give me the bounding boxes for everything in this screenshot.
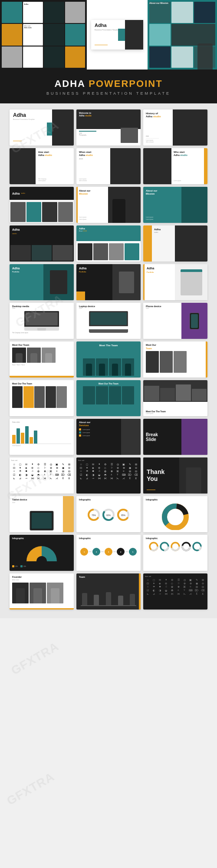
header-mini-11 (44, 46, 64, 68)
header-mini-8 (65, 24, 85, 45)
title-section: ADHA POWERPOINT BUSINESS PRESENTATION TE… (0, 70, 217, 103)
header-mini-3 (44, 2, 64, 23)
slide-founder[interactable]: Founder Adha studio (10, 573, 74, 610)
slide-meet-team-3[interactable]: Meet Our Team (143, 341, 207, 378)
slide-break[interactable]: BreakSlide (143, 419, 207, 455)
header-mini-10 (23, 46, 43, 68)
slide-icons-dark[interactable]: Icon set ☆◻✉♦⚙☰◎▣✎⊞ ⊡✦◈⊛◇⚐⊕⊗◉⊖ ⌂☂☻♫✿❋⌘⍟⊞… (76, 457, 141, 494)
slides-row-13: Founder Adha studio (4, 573, 213, 610)
svg-point-12 (170, 511, 181, 523)
slide-adha-12[interactable]: Adha studio (143, 225, 207, 262)
header-mini-7 (44, 24, 64, 45)
watermark-4: GFXTRA (9, 639, 61, 678)
slides-row-4: Adha studio Adha Boot 2019 (4, 225, 213, 262)
slides-row-11: Tablet device 2019 Infographic (4, 496, 213, 532)
slide-portfolio-3[interactable]: Adha Portfolio (143, 264, 207, 300)
watermark-5: GFXTRA (4, 770, 57, 808)
slide-team-large-1[interactable]: Meet Our The Team (10, 380, 74, 416)
slide-infographic-5[interactable]: Infographic (143, 535, 207, 571)
slide-adha-multi[interactable]: Adha studio (10, 187, 74, 223)
slide-team-conference[interactable]: Meet Our The Team Lorem ipsum (143, 380, 207, 416)
slides-container: Adha Business Presentation Template Welc… (0, 103, 217, 618)
svg-text:75%: 75% (92, 514, 96, 517)
thank-you-text: Thank You (147, 468, 164, 483)
header-mini-2: Adha (23, 2, 43, 23)
header-mini-grid: Adha When start Adha studio (0, 0, 87, 70)
slide-icons-dark-2[interactable]: Icon set ☆◻✉♦⚙☰◎▣✎⊞ ⊡✦◈⊛◇⚐⊕⊗◉⊖ ⌂☂☻♫✿❋⌘⍟⊞… (143, 573, 207, 610)
slide-who-start[interactable]: Who start Adha studio Lorem ipsum (143, 148, 207, 184)
slide-adha-dark[interactable]: Adha studio (10, 225, 74, 262)
header-mini-6: When start Adha studio (23, 24, 43, 45)
slide-adha-boot[interactable]: Adha Boot 2019 (76, 225, 141, 262)
slide-adha-title[interactable]: Adha Business Presentation Template (10, 109, 74, 146)
slide-about-mission-1[interactable]: About our Mission Lorem ipsumLorem ipsum (76, 187, 141, 223)
slides-row-8: Meet Our The Team Meet Our The Team (4, 380, 213, 416)
slide-team-meeting[interactable]: Team (76, 573, 141, 610)
slides-row-6: Desktop media 2019 The Company Lorem ips… (4, 303, 213, 339)
slide-about-mission-2[interactable]: About our Mission Lorem ipsumLorem ipsum (143, 187, 207, 223)
slides-row-5: Adha Portfolio Adha Portfolio (4, 264, 213, 300)
slide-chart[interactable]: Data slide 2019 Statistics (10, 419, 74, 455)
header-mini-9 (2, 46, 22, 68)
slide-team-large-2[interactable]: Meet Our The Team (76, 380, 141, 416)
slides-row-1: Adha Business Presentation Template Welc… (4, 109, 213, 146)
header-mini-12 (65, 46, 85, 68)
slide-laptop[interactable]: Laptop device 2019 (76, 303, 141, 339)
slide-infographic-3[interactable]: Infographic 50% 50% (10, 535, 74, 571)
slide-how-start[interactable]: How start Adha studio The CompanyLorem i… (10, 148, 74, 184)
header-mini-1 (2, 2, 22, 23)
slides-row-10: Icon set ☆◻✉♦⚙☰◎▣✎⊞ ⊡✦◈⊛◇⚐⊕⊗◉⊖ ⌂☂☻♫✿❋⌘⍟⊞… (4, 457, 213, 494)
header-collage: Adha When start Adha studio Adha Busines… (0, 0, 217, 70)
header-mini-5 (2, 24, 22, 45)
header-right: About our Mission (148, 0, 217, 70)
slides-row-3: Adha studio About our Mission (4, 187, 213, 223)
slide-history[interactable]: History of Adha studio 2019 Lorem ipsumd… (143, 109, 207, 146)
slide-infographic-4[interactable]: Infographic 1 2 3 4 5 (76, 535, 141, 571)
slide-icons-light[interactable]: Icon set ☆◻✉♦⚙☰◎▣✎⊞ ⊡✦◈⊛◇⚐⊕⊗◉⊖ ⌂☂☻♫✿❋⌘⍟⊞… (10, 457, 74, 494)
svg-text:85%: 85% (121, 514, 126, 517)
page-title: ADHA POWERPOINT (0, 78, 217, 89)
slide-portfolio-1[interactable]: Adha Portfolio (10, 264, 74, 300)
slide-meet-team-2[interactable]: Meet The Team (76, 341, 141, 378)
title-part1: ADHA (54, 78, 89, 89)
slide-tablet[interactable]: Tablet device 2019 (10, 496, 74, 532)
slides-row-7: Meet Our Team Name • Name • Name (4, 341, 213, 378)
slide-desktop[interactable]: Desktop media 2019 The Company Lorem ips… (10, 303, 74, 339)
slide-meet-team-1[interactable]: Meet Our Team Name • Name • Name (10, 341, 74, 378)
svg-text:60%: 60% (106, 514, 111, 517)
header-center: Adha Business Presentation Template (87, 0, 148, 70)
header-mini-4 (65, 2, 85, 23)
slide-portfolio-2[interactable]: Adha Portfolio (76, 264, 141, 300)
slide-phone[interactable]: Phone device 2019 (143, 303, 207, 339)
slides-row-9: Data slide 2019 Statistics About our Ser… (4, 419, 213, 455)
slide-infographic-2[interactable]: Infographic (143, 496, 207, 532)
slide-welcome[interactable]: Welcome to Adha studio 2019Photography (76, 109, 141, 146)
slide-when-start[interactable]: When start Adha studio 2019 Lorem ipsumd… (76, 148, 141, 184)
slides-row-2: How start Adha studio The CompanyLorem i… (4, 148, 213, 184)
page-subtitle: BUSINESS PRESENTATION TEMPLATE (0, 91, 217, 96)
slide-services[interactable]: About our Services Lorem ipsum Lorem ips… (76, 419, 141, 455)
slide-infographic-1[interactable]: Infographic 75% 60% (76, 496, 141, 532)
center-preview: Adha Business Presentation Template (91, 20, 143, 50)
slides-row-12: Infographic 50% 50% Infographic (4, 535, 213, 571)
slide-thank-you[interactable]: Thank You (143, 457, 207, 494)
title-part2: POWERPOINT (89, 78, 162, 89)
